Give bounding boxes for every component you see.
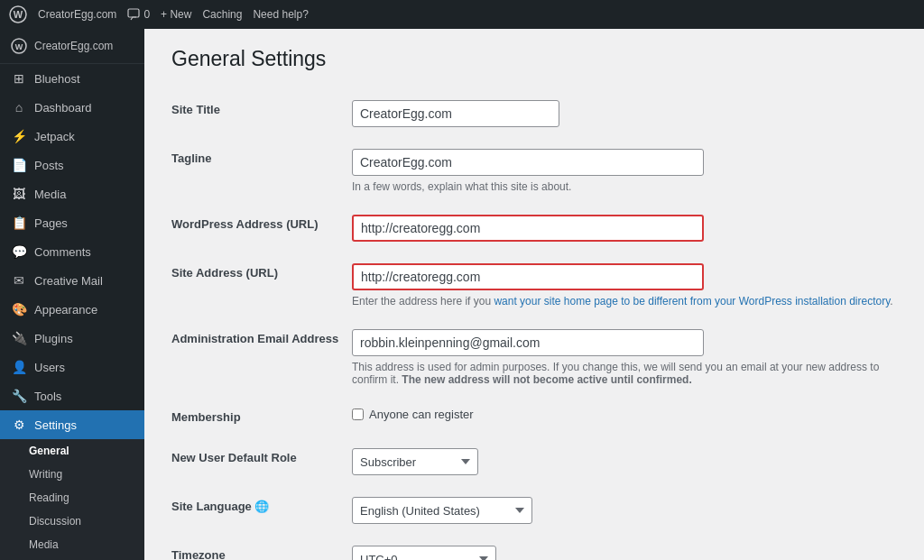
jetpack-icon: ⚡ [11,129,27,143]
membership-checkbox-label[interactable]: Anyone can register [369,408,474,421]
new-user-role-select[interactable]: Subscriber Contributor Author Editor Adm… [352,448,478,475]
admin-email-input[interactable] [352,329,704,356]
help-link[interactable]: Need help? [253,8,308,21]
settings-icon: ⚙ [11,418,27,432]
site-address-description: Enter the address here if you want your … [352,295,897,308]
sidebar-item-users[interactable]: 👤 Users [0,353,144,381]
sidebar-item-tools[interactable]: 🔧 Tools [0,381,144,410]
tagline-row: Tagline In a few words, explain what thi… [171,138,897,204]
caching-link[interactable]: Caching [202,8,242,21]
comments-icon: 💬 [11,244,27,259]
sidebar-item-pages[interactable]: 📋 Pages [0,208,144,237]
submenu-general[interactable]: General [0,439,144,463]
membership-checkbox[interactable] [352,409,364,420]
wp-address-row: WordPress Address (URL) [171,204,897,252]
sidebar-item-comments[interactable]: 💬 Comments [0,237,144,266]
main-content: General Settings Site Title Tagline In a… [144,29,924,560]
comments-link[interactable]: 0 [127,8,150,21]
sidebar-item-posts[interactable]: 📄 Posts [0,151,144,179]
site-title-label: Site Title [171,103,220,116]
admin-email-label: Administration Email Address [171,332,338,345]
top-bar: W CreatorEgg.com 0 + New Caching Need he… [0,0,924,29]
admin-email-row: Administration Email Address This addres… [171,318,897,397]
admin-email-description: This address is used for admin purposes.… [352,361,897,386]
creative-mail-icon: ✉ [11,273,27,288]
site-name-link[interactable]: CreatorEgg.com [38,8,116,21]
sidebar-item-bluehost[interactable]: ⊞ Bluehost [0,64,144,93]
membership-row: Membership Anyone can register [171,397,897,437]
sidebar-item-creative-mail[interactable]: ✉ Creative Mail [0,266,144,295]
site-address-link[interactable]: want your site home page to be different… [494,295,890,308]
bluehost-icon: ⊞ [11,71,27,86]
site-address-input[interactable] [352,263,704,290]
settings-form: Site Title Tagline In a few words, expla… [171,89,897,560]
posts-icon: 📄 [11,158,27,172]
membership-label: Membership [171,410,241,424]
timezone-label: Timezone [171,548,226,560]
sidebar-item-settings[interactable]: ⚙ Settings [0,410,144,439]
pages-icon: 📋 [11,216,27,230]
timezone-select[interactable]: UTC+0 UTC-5 UTC-8 UTC+1 UTC+5:30 [352,546,496,560]
site-title-input[interactable] [352,100,559,127]
sidebar-item-dashboard[interactable]: ⌂ Dashboard [0,93,144,122]
wp-address-input[interactable] [352,215,704,242]
site-address-row: Site Address (URL) Enter the address her… [171,252,897,318]
submenu-discussion[interactable]: Discussion [0,510,144,533]
page-title: General Settings [171,47,897,71]
site-address-label: Site Address (URL) [171,266,278,280]
tools-icon: 🔧 [11,389,27,403]
tagline-input[interactable] [352,149,704,176]
new-user-role-label: New User Default Role [171,451,297,464]
new-user-role-row: New User Default Role Subscriber Contrib… [171,437,897,486]
plugins-icon: 🔌 [11,331,27,345]
sidebar: W CreatorEgg.com ⊞ Bluehost ⌂ Dashboard … [0,29,144,560]
appearance-icon: 🎨 [11,302,27,317]
site-title-row: Site Title [171,89,897,138]
sidebar-item-plugins[interactable]: 🔌 Plugins [0,324,144,353]
tagline-description: In a few words, explain what this site i… [352,180,897,193]
site-language-label: Site Language 🌐 [171,500,269,513]
site-language-row: Site Language 🌐 English (United States) … [171,486,897,535]
tagline-label: Tagline [171,151,212,165]
new-link[interactable]: + New [161,8,191,21]
sidebar-item-jetpack[interactable]: ⚡ Jetpack [0,122,144,151]
wp-address-label: WordPress Address (URL) [171,217,319,231]
submenu-reading[interactable]: Reading [0,486,144,510]
site-language-select[interactable]: English (United States) English (UK) Fra… [352,497,532,524]
membership-checkbox-row: Anyone can register [352,408,897,421]
settings-submenu: General Writing Reading Discussion Media… [0,439,144,560]
submenu-permalinks[interactable]: Permalinks [0,556,144,560]
sidebar-site-name[interactable]: W CreatorEgg.com [0,29,144,64]
sidebar-item-appearance[interactable]: 🎨 Appearance [0,295,144,324]
dashboard-icon: ⌂ [11,100,27,115]
svg-text:W: W [15,42,23,51]
app-layout: W CreatorEgg.com ⊞ Bluehost ⌂ Dashboard … [0,29,924,560]
users-icon: 👤 [11,360,27,374]
svg-text:W: W [14,9,23,20]
timezone-row: Timezone UTC+0 UTC-5 UTC-8 UTC+1 UTC+5:3… [171,535,897,560]
svg-rect-2 [128,9,139,17]
submenu-writing[interactable]: Writing [0,463,144,486]
media-icon: 🖼 [11,187,27,201]
submenu-media[interactable]: Media [0,533,144,556]
wp-logo[interactable]: W [9,5,27,23]
sidebar-item-media[interactable]: 🖼 Media [0,179,144,208]
